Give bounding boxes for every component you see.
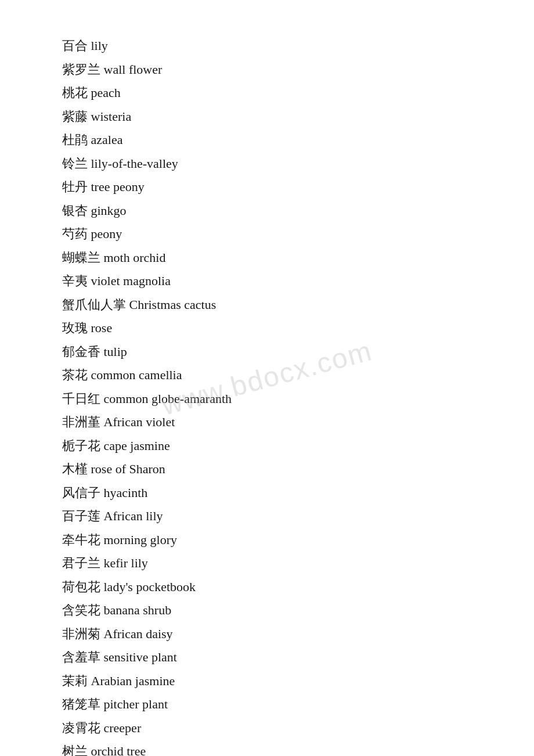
list-item: 荷包花 lady's pocketbook bbox=[62, 576, 472, 599]
list-item: 芍药 peony bbox=[62, 223, 472, 246]
list-item: 含笑花 banana shrub bbox=[62, 599, 472, 622]
list-item: 含羞草 sensitive plant bbox=[62, 646, 472, 669]
list-item: 紫藤 wisteria bbox=[62, 106, 472, 128]
list-item: 茉莉 Arabian jasmine bbox=[62, 670, 472, 693]
list-item: 杜鹃 azalea bbox=[62, 129, 472, 152]
list-item: 蝴蝶兰 moth orchid bbox=[62, 247, 472, 269]
list-item: 辛夷 violet magnolia bbox=[62, 270, 472, 293]
list-item: 百合 lily bbox=[62, 35, 472, 57]
list-item: 牡丹 tree peony bbox=[62, 176, 472, 199]
list-item: 铃兰 lily-of-the-valley bbox=[62, 153, 472, 175]
list-item: 千日红 common globe-amaranth bbox=[62, 388, 472, 411]
list-item: 百子莲 African lily bbox=[62, 505, 472, 528]
list-item: 凌霄花 creeper bbox=[62, 717, 472, 740]
list-item: 郁金香 tulip bbox=[62, 341, 472, 363]
list-item: 君子兰 kefir lily bbox=[62, 552, 472, 575]
list-item: 栀子花 cape jasmine bbox=[62, 435, 472, 458]
list-item: 桃花 peach bbox=[62, 82, 472, 105]
list-item: 蟹爪仙人掌 Christmas cactus bbox=[62, 294, 472, 316]
list-item: 玫瑰 rose bbox=[62, 317, 472, 340]
list-item: 树兰 orchid tree bbox=[62, 740, 472, 756]
list-item: 紫罗兰 wall flower bbox=[62, 59, 472, 81]
list-item: 非洲菊 African daisy bbox=[62, 623, 472, 646]
list-item: 银杏 ginkgo bbox=[62, 200, 472, 222]
list-item: 非洲堇 African violet bbox=[62, 411, 472, 434]
list-item: 猪笼草 pitcher plant bbox=[62, 693, 472, 716]
list-item: 风信子 hyacinth bbox=[62, 482, 472, 505]
list-item: 木槿 rose of Sharon bbox=[62, 458, 472, 481]
list-item: 茶花 common camellia bbox=[62, 364, 472, 387]
flower-list: 百合 lily紫罗兰 wall flower桃花 peach紫藤 wisteri… bbox=[0, 0, 534, 756]
list-item: 牵牛花 morning glory bbox=[62, 529, 472, 552]
